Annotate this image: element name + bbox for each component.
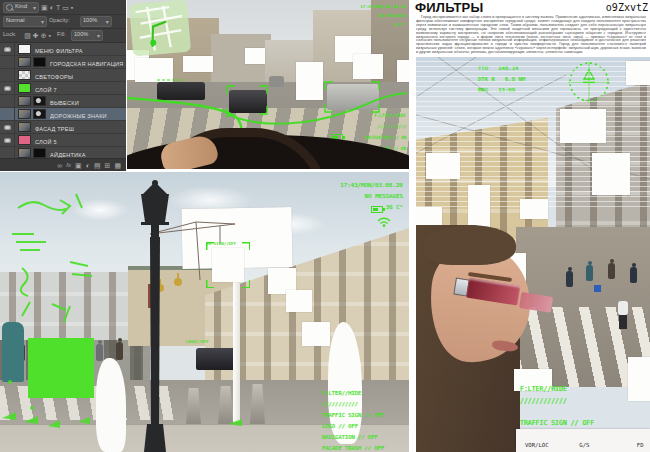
- filter-line: LOGO // OFF: [322, 424, 358, 429]
- filter-header: F:LTER//HIDE: [322, 391, 361, 396]
- glasses-lens-right: [519, 292, 553, 313]
- layer-thumbnail[interactable]: [18, 57, 31, 67]
- layer-thumbnail[interactable]: [18, 109, 31, 119]
- project-code: o9ZxvtZ: [606, 2, 648, 13]
- layer-filter-kind-select[interactable]: Kind ▾: [3, 2, 39, 13]
- page-title: ФИЛЬТРЫ: [415, 0, 483, 15]
- hud-bottom-bar: VOR/LOC G/S FD: [516, 429, 650, 452]
- filter-adjustment-layers-icon[interactable]: ◐: [50, 4, 54, 11]
- layer-thumbnail[interactable]: [18, 122, 31, 132]
- new-layer-icon[interactable]: ⊞: [105, 162, 111, 169]
- woman-hair-top: [424, 225, 516, 265]
- layer-mask-icon[interactable]: ▣: [75, 162, 82, 169]
- green-graffiti-doodles: [12, 194, 92, 322]
- driver-ar-view: 17:43/MON/03.08.20 NO MESSAGES 36 C° F:L…: [127, 0, 409, 169]
- delete-layer-icon[interactable]: ▦: [114, 162, 121, 169]
- visibility-toggle[interactable]: [0, 69, 15, 81]
- portfolio-sheet: Kind ▾ ▣ ◐ T ▭ ▪ Normal ▾ Opacity: 100% …: [0, 0, 650, 452]
- visibility-toggle[interactable]: [0, 82, 15, 94]
- layer-thumbnail[interactable]: [18, 44, 31, 54]
- filter-line: FACADE TRASH // OFF: [322, 446, 384, 451]
- collage-photo: TTO 148.14 DTK R 6.0 NM BRG 13:09: [416, 57, 650, 452]
- layers-filter-bar: Kind ▾ ▣ ◐ T ▭ ▪: [0, 0, 126, 15]
- erased-sign: [426, 153, 460, 179]
- layer-group-icon[interactable]: ▤: [94, 162, 101, 169]
- hud-messages: NO MESSAGES: [378, 14, 406, 18]
- layers-list: МЕНЮ ФИЛЬТРА ГОРОДСКАЯ НАВИГАЦИЯ СВЕТОФО…: [0, 43, 126, 171]
- filter-type-layers-icon[interactable]: T: [56, 4, 60, 11]
- hud-clock: 17:43/MON/03.08.20: [341, 183, 403, 189]
- filter-slashes: ///////////: [322, 402, 358, 407]
- filters-article-panel: ФИЛЬТРЫ o9ZxvtZ Город воспринимается как…: [412, 0, 650, 452]
- opacity-input[interactable]: 100% ▾: [80, 16, 111, 27]
- hud-clock: 17:43/MON/03.08.20: [360, 5, 406, 9]
- opacity-value: 100%: [83, 17, 97, 23]
- kind-label: Kind: [15, 3, 27, 10]
- layer-thumbnail[interactable]: [18, 70, 31, 80]
- hud-messages: NO MESSAGES: [365, 194, 403, 200]
- filter-line: NAVIGATION // OFF: [322, 435, 378, 440]
- erased-sign: [592, 153, 630, 195]
- layer-row-gorodskaya-navigatsiya[interactable]: ГОРОДСКАЯ НАВИГАЦИЯ: [0, 56, 126, 69]
- lock-position-icon[interactable]: ⊕: [41, 32, 47, 39]
- filter-smart-objects-icon[interactable]: ▪: [71, 4, 73, 11]
- eye-icon: [4, 86, 11, 91]
- filter-pixel-layers-icon[interactable]: ▣: [41, 4, 48, 11]
- erased-sign: [468, 185, 490, 229]
- visibility-toggle[interactable]: [0, 43, 15, 55]
- green-layer-patch: [28, 338, 94, 398]
- battery-icon: [371, 206, 383, 213]
- erased-sign: [520, 199, 548, 219]
- hud-temperature: 36 C°: [393, 23, 406, 27]
- street-filter-panel: F:LTER//HIDE /////////// TRAFFIC SIGN //…: [322, 388, 409, 452]
- fd-label: FD: [636, 442, 643, 448]
- layer-thumbnail[interactable]: [18, 148, 31, 158]
- layer-thumbnail[interactable]: [18, 135, 31, 145]
- fill-value: 100%: [74, 31, 88, 37]
- lock-transparency-icon[interactable]: ▨: [24, 32, 31, 39]
- opacity-label: Opacity:: [49, 17, 70, 23]
- visibility-toggle[interactable]: [0, 56, 15, 68]
- minimap-streets: [129, 0, 191, 56]
- filter-slashes: ////////////: [520, 398, 567, 404]
- filter-line: TRAFFIC SIGN // OFF: [520, 420, 594, 426]
- chevron-down-icon: ▾: [97, 32, 100, 39]
- visibility-toggle[interactable]: [0, 121, 15, 133]
- chevron-down-icon: ▾: [106, 18, 109, 25]
- minimap-position-dot: [150, 39, 157, 46]
- street-lamp: [141, 180, 169, 452]
- ar-minimap: [129, 0, 191, 56]
- vor-loc-label: VOR/LOC: [525, 442, 549, 448]
- target-bracket-center-car: [227, 86, 267, 116]
- adjustment-layer-icon[interactable]: ◐: [86, 162, 90, 169]
- fill-label: Fill:: [57, 31, 66, 37]
- target-bracket-right-car: [325, 82, 379, 112]
- visibility-toggle[interactable]: [0, 95, 15, 107]
- erased-sign: [560, 109, 606, 143]
- eye-icon: [4, 47, 11, 52]
- hud-line: NAVIGATION // ON: [364, 136, 406, 140]
- article-paragraph: Город воспринимается как набор слоев и п…: [416, 15, 646, 55]
- link-layers-icon[interactable]: ∞: [57, 162, 62, 169]
- eye-icon: [4, 138, 11, 143]
- search-icon: [6, 4, 13, 11]
- lock-pixels-icon[interactable]: ✚: [33, 32, 39, 39]
- layer-thumbnail[interactable]: [18, 96, 31, 106]
- filter-shape-layers-icon[interactable]: ▭: [62, 4, 69, 11]
- target-label: TR SIGN//OFF: [206, 232, 257, 251]
- chevron-down-icon: ▾: [33, 4, 36, 11]
- visibility-toggle[interactable]: [0, 108, 15, 120]
- layer-thumbnail[interactable]: [18, 83, 31, 93]
- layer-row-dorozhnye-znaki-selected[interactable]: ДОРОЖНЫЕ ЗНАКИ: [0, 108, 126, 121]
- street-hud-status: 17:43/MON/03.08.20 NO MESSAGES 36 C°: [316, 180, 403, 213]
- visibility-toggle[interactable]: [0, 134, 15, 146]
- street-ar-view: TR SIGN//OFF LOGO//OFF 17:43/MON/03.08.2…: [0, 172, 409, 452]
- layer-mask-thumbnail[interactable]: [33, 96, 46, 106]
- layer-effects-icon[interactable]: fx: [66, 162, 71, 169]
- hud-temperature: 36 C°: [386, 205, 403, 211]
- lock-all-icon[interactable]: ▪: [49, 32, 51, 39]
- chevron-down-icon: ▾: [41, 18, 44, 25]
- blend-mode-select[interactable]: Normal ▾: [3, 16, 47, 27]
- erased-sign: [626, 61, 650, 85]
- hud-line: ///////////: [377, 125, 406, 129]
